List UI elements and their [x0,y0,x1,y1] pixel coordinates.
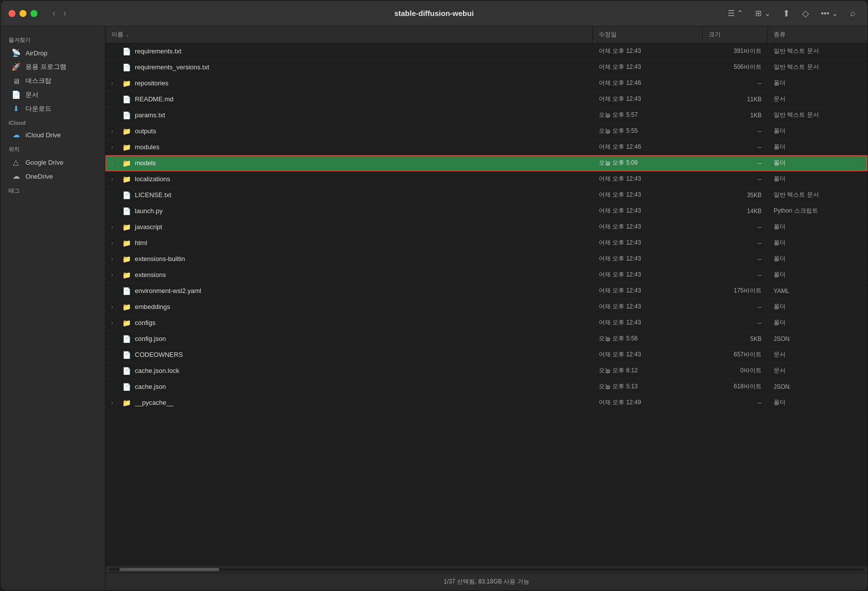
close-button[interactable] [8,10,15,17]
file-modified: 어제 오후 12:43 [593,287,703,295]
grid-view-button[interactable]: ⊞ ⌄ [751,6,774,20]
file-size: 391바이트 [703,47,768,55]
folder-icon: 📁 [122,255,131,263]
tag-button[interactable]: ◇ [798,6,813,21]
file-kind: JSON [768,383,868,390]
documents-icon: 📄 [11,90,20,99]
more-icon: ••• ⌄ [821,8,838,18]
file-kind: 일반 텍스트 문서 [768,63,868,71]
file-list[interactable]: 📄requirements.txt어제 오후 12:43391바이트일반 텍스트… [105,43,868,566]
file-kind: 폴더 [768,175,868,183]
sidebar-item-airdrop[interactable]: 📡 AirDrop [3,46,102,60]
col-modified-header[interactable]: 수정일 [593,26,703,43]
table-row[interactable]: 📄CODEOWNERS어제 오후 12:43657바이트문서 [105,347,868,363]
file-size: 175바이트 [703,287,768,295]
table-row[interactable]: ›📁extensions어제 오후 12:43--폴더 [105,267,868,283]
file-name: README.md [135,95,173,103]
folder-icon: 📁 [122,175,131,183]
sidebar-item-icloud-drive[interactable]: ☁ iCloud Drive [3,128,102,142]
horizontal-scrollbar[interactable] [105,566,868,573]
table-row[interactable]: 📄cache.json.lock오늘 오후 6:120바이트문서 [105,363,868,379]
table-row[interactable]: ›📁localizations어제 오후 12:43--폴더 [105,171,868,187]
file-modified: 오늘 오후 6:12 [593,366,703,375]
table-row[interactable]: 📄LICENSE.txt어제 오후 12:4335KB일반 텍스트 문서 [105,187,868,203]
table-row[interactable]: 📄params.txt오늘 오후 5:571KB일반 텍스트 문서 [105,107,868,123]
search-button[interactable]: ⌕ [846,6,860,20]
col-name-header[interactable]: 이름 ⌄ [105,26,593,43]
expand-arrow-icon: › [111,144,118,150]
table-row[interactable]: 📄README.md어제 오후 12:4311KB문서 [105,91,868,107]
sidebar-item-downloads[interactable]: ⬇ 다운로드 [3,102,102,116]
more-button[interactable]: ••• ⌄ [817,6,842,20]
file-modified: 어제 오후 12:46 [593,143,703,151]
table-row[interactable]: ›📁modules어제 오후 12:46--폴더 [105,139,868,155]
table-row[interactable]: ›📁configs어제 오후 12:43--폴더 [105,315,868,331]
sidebar-item-applications-label: 응용 프로그램 [25,62,66,71]
back-button[interactable]: ‹ [49,6,58,20]
table-row[interactable]: ›📁models오늘 오후 5:09--폴더 [105,155,868,171]
file-size: -- [703,224,768,231]
table-row[interactable]: 📄requirements_versions.txt어제 오후 12:43506… [105,59,868,75]
file-size: -- [703,144,768,151]
table-row[interactable]: 📄environment-wsl2.yaml어제 오후 12:43175바이트Y… [105,283,868,299]
downloads-icon: ⬇ [11,104,20,113]
file-size: -- [703,272,768,279]
file-kind: 폴더 [768,239,868,247]
expand-arrow-icon: › [111,240,118,246]
forward-button[interactable]: › [60,6,69,20]
expand-arrow-icon: › [111,224,118,230]
desktop-icon: 🖥 [11,77,20,85]
window-title: stable-diffusion-webui [394,9,473,17]
column-header: 이름 ⌄ 수정일 크기 종류 [105,26,868,43]
minimize-button[interactable] [19,10,26,17]
folder-icon: 📁 [122,271,131,279]
file-kind: 폴더 [768,255,868,263]
table-row[interactable]: 📄requirements.txt어제 오후 12:43391바이트일반 텍스트… [105,43,868,59]
sidebar-item-google-drive[interactable]: △ Google Drive [3,155,102,169]
list-view-button[interactable]: ☰ ⌃ [724,6,747,20]
table-row[interactable]: 📄cache.json오늘 오후 5:13618바이트JSON [105,379,868,395]
file-icon: 📄 [122,335,131,343]
col-size-header[interactable]: 크기 [703,26,768,43]
share-icon: ⬆ [783,8,790,19]
table-row[interactable]: ›📁extensions-builtin어제 오후 12:43--폴더 [105,251,868,267]
file-name: cache.json.lock [135,367,179,374]
locations-section-label: 위치 [0,142,105,155]
file-icon: 📄 [122,287,131,295]
folder-icon: 📁 [122,239,131,247]
col-kind-header[interactable]: 종류 [768,26,868,43]
sidebar-item-applications[interactable]: 🚀 응용 프로그램 [3,60,102,74]
expand-arrow-icon: › [111,80,118,86]
table-row[interactable]: ›📁repositories어제 오후 12:46--폴더 [105,75,868,91]
table-row[interactable]: ›📁__pycache__어제 오후 12:49--폴더 [105,395,868,411]
file-kind: 폴더 [768,143,868,151]
file-name: params.txt [135,111,165,119]
grid-view-icon: ⊞ ⌄ [755,8,770,18]
table-row[interactable]: ›📁embeddings어제 오후 12:43--폴더 [105,299,868,315]
sidebar-item-documents[interactable]: 📄 문서 [3,88,102,102]
file-modified: 어제 오후 12:43 [593,239,703,247]
table-row[interactable]: 📄launch.py어제 오후 12:4314KBPython 스크립트 [105,203,868,219]
sidebar-item-onedrive[interactable]: ☁ OneDrive [3,169,102,183]
file-kind: 폴더 [768,271,868,279]
file-name: models [135,159,156,167]
favorites-section-label: 즐겨찾기 [0,32,105,46]
file-icon: 📄 [122,63,131,71]
file-size: -- [703,240,768,247]
file-modified: 어제 오후 12:43 [593,207,703,215]
file-modified: 어제 오후 12:43 [593,318,703,327]
share-button[interactable]: ⬆ [779,6,794,21]
table-row[interactable]: ›📁javascript어제 오후 12:43--폴더 [105,219,868,235]
sidebar-item-icloud-drive-label: iCloud Drive [25,131,61,139]
table-row[interactable]: 📄config.json오늘 오후 5:565KBJSON [105,331,868,347]
sidebar-item-desktop[interactable]: 🖥 데스크탑 [3,74,102,88]
file-kind: 일반 텍스트 문서 [768,191,868,199]
maximize-button[interactable] [30,10,37,17]
file-name: CODEOWNERS [135,351,183,358]
table-row[interactable]: ›📁outputs오늘 오후 5:55--폴더 [105,123,868,139]
table-row[interactable]: ›📁html어제 오후 12:43--폴더 [105,235,868,251]
folder-icon: 📁 [122,143,131,151]
statusbar: 1/37 선택됨, 83.18GB 사용 가능 [105,573,868,591]
file-modified: 어제 오후 12:43 [593,350,703,359]
expand-arrow-icon: › [111,272,118,278]
